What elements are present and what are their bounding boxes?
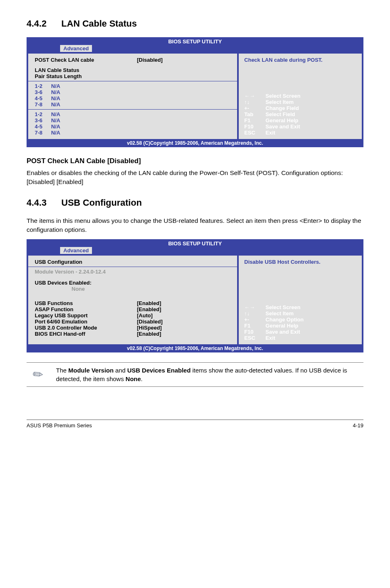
arrow-lr-icon: ←→ bbox=[244, 93, 266, 99]
item-value[interactable]: [HiSpeed] bbox=[137, 325, 162, 331]
status: N/A bbox=[51, 89, 60, 95]
divider bbox=[28, 267, 237, 267]
note-text: The Module Version and USB Devices Enabl… bbox=[56, 366, 362, 383]
tab-advanced[interactable]: Advanced bbox=[60, 247, 92, 254]
help-text: Select Screen bbox=[266, 304, 300, 310]
item-value[interactable]: [Auto] bbox=[137, 312, 152, 319]
key-f1: F1 bbox=[244, 117, 266, 123]
key-esc: ESC bbox=[244, 130, 266, 136]
status: N/A bbox=[51, 123, 60, 130]
item-value[interactable]: [Disabled] bbox=[137, 319, 163, 325]
help-text: General Help bbox=[266, 117, 298, 123]
item-label[interactable]: Legacy USB Support bbox=[35, 312, 137, 319]
help-text: General Help bbox=[266, 323, 298, 329]
section-title: USB Configuration bbox=[61, 197, 142, 208]
key-f1: F1 bbox=[244, 323, 266, 329]
post-check-label[interactable]: POST Check LAN cable bbox=[35, 57, 137, 63]
key-f10: F10 bbox=[244, 123, 266, 130]
pair: 7-8 bbox=[35, 101, 51, 108]
bios-screen-usb: BIOS SETUP UTILITY Advanced USB Configur… bbox=[27, 239, 363, 352]
status: N/A bbox=[51, 130, 60, 136]
arrow-ud-icon: ↑↓ bbox=[244, 310, 266, 316]
devices-enabled-header: USB Devices Enabled: bbox=[35, 280, 231, 286]
status: N/A bbox=[51, 117, 60, 123]
item-label[interactable]: USB 2.0 Controller Mode bbox=[35, 325, 137, 331]
help-text: Exit bbox=[266, 130, 276, 136]
key-tab: Tab bbox=[244, 111, 266, 117]
bios-footer: v02.58 (C)Copyright 1985-2006, American … bbox=[27, 140, 363, 146]
bios-tab-bar: Advanced bbox=[27, 45, 363, 53]
context-help: Disable USB Host Controllers. bbox=[244, 259, 356, 265]
arrow-ud-icon: ↑↓ bbox=[244, 99, 266, 105]
bios-right-panel: Check LAN cable during POST. ←→Select Sc… bbox=[238, 53, 363, 140]
note-block: ✎ The Module Version and USB Devices Ena… bbox=[27, 362, 363, 387]
help-text: Select Screen bbox=[266, 93, 300, 99]
help-text: Change Option bbox=[266, 316, 304, 323]
footer-left: ASUS P5B Premium Series bbox=[27, 422, 92, 429]
help-text: Save and Exit bbox=[266, 123, 300, 130]
status: N/A bbox=[51, 83, 60, 89]
status: N/A bbox=[51, 111, 60, 117]
key-plusminus: +- bbox=[244, 316, 266, 323]
status: N/A bbox=[51, 95, 60, 101]
section-title: LAN Cable Status bbox=[61, 18, 137, 29]
key-f10: F10 bbox=[244, 329, 266, 335]
postcheck-body: Enables or disables the checking of the … bbox=[27, 168, 363, 186]
postcheck-heading: POST Check LAN Cable [Disabled] bbox=[27, 157, 363, 165]
post-check-value[interactable]: [Disabled] bbox=[137, 57, 163, 63]
pair: 4-5 bbox=[35, 123, 51, 130]
divider bbox=[28, 109, 237, 110]
tab-advanced[interactable]: Advanced bbox=[60, 45, 92, 52]
item-label[interactable]: BIOS EHCI Hand-off bbox=[35, 331, 137, 337]
bios-footer: v02.58 (C)Copyright 1985-2006, American … bbox=[27, 345, 363, 352]
bios-title: BIOS SETUP UTILITY bbox=[27, 240, 363, 247]
help-text: Save and Exit bbox=[266, 329, 300, 335]
pair: 4-5 bbox=[35, 95, 51, 101]
item-value[interactable]: [Enabled] bbox=[137, 306, 161, 312]
item-label[interactable]: Port 64/60 Emulation bbox=[35, 319, 137, 325]
usb-config-header: USB Configuration bbox=[35, 259, 231, 265]
item-label[interactable]: USB Functions bbox=[35, 300, 137, 306]
bios-title: BIOS SETUP UTILITY bbox=[27, 38, 363, 45]
help-text: Select Item bbox=[266, 99, 294, 105]
help-text: Select Field bbox=[266, 111, 295, 117]
pencil-icon: ✎ bbox=[25, 362, 51, 387]
bios-left-panel: POST Check LAN cable [Disabled] LAN Cabl… bbox=[27, 53, 238, 140]
help-text: Exit bbox=[266, 335, 276, 341]
section-443-intro: The items in this menu allows you to cha… bbox=[27, 216, 363, 234]
pair: 7-8 bbox=[35, 130, 51, 136]
status: N/A bbox=[51, 101, 60, 108]
section-number: 4.4.2 bbox=[27, 18, 47, 29]
context-help: Check LAN cable during POST. bbox=[244, 57, 356, 63]
bios-tab-bar: Advanced bbox=[27, 247, 363, 255]
item-value[interactable]: [Enabled] bbox=[137, 300, 161, 306]
key-esc: ESC bbox=[244, 335, 266, 341]
item-label[interactable]: ASAP Function bbox=[35, 306, 137, 312]
pair: 3-6 bbox=[35, 89, 51, 95]
section-442-heading: 4.4.2 LAN Cable Status bbox=[27, 18, 363, 29]
page-footer: ASUS P5B Premium Series 4-19 bbox=[27, 420, 363, 429]
divider bbox=[28, 81, 237, 81]
key-plusminus: +- bbox=[244, 105, 266, 111]
arrow-lr-icon: ←→ bbox=[244, 304, 266, 310]
help-text: Select Item bbox=[266, 310, 294, 316]
bios-left-panel: USB Configuration Module Version - 2.24.… bbox=[27, 255, 238, 345]
pair: 3-6 bbox=[35, 117, 51, 123]
bios-right-panel: Disable USB Host Controllers. ←→Select S… bbox=[238, 255, 363, 345]
bios-screen-lan: BIOS SETUP UTILITY Advanced POST Check L… bbox=[27, 37, 363, 147]
section-443-heading: 4.4.3 USB Configuration bbox=[27, 197, 363, 208]
devices-enabled-value: None bbox=[35, 286, 231, 292]
pair: 1-2 bbox=[35, 83, 51, 89]
section-number: 4.4.3 bbox=[27, 197, 47, 208]
item-value[interactable]: [Enabled] bbox=[137, 331, 161, 337]
lan-status-header: LAN Cable Status bbox=[35, 67, 231, 73]
pair-header: Pair Status Length bbox=[35, 73, 231, 79]
footer-right: 4-19 bbox=[353, 422, 363, 429]
module-version: Module Version - 2.24.0-12.4 bbox=[35, 269, 231, 275]
help-text: Change Field bbox=[266, 105, 299, 111]
pair: 1-2 bbox=[35, 111, 51, 117]
